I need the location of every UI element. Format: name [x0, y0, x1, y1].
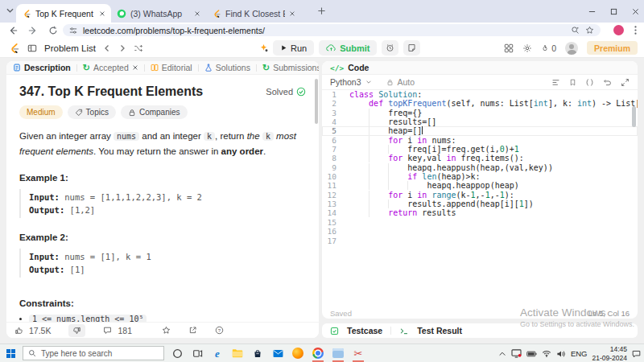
browser-tab[interactable]: Find K Closest Elements - Leet — [206, 4, 301, 23]
problem-list-label[interactable]: Problem List — [44, 43, 96, 53]
chrome-icon[interactable] — [312, 344, 324, 362]
task-view-icon[interactable] — [191, 344, 204, 362]
language-selector[interactable]: Python3 — [330, 77, 361, 87]
tab-description[interactable]: Description — [13, 63, 71, 72]
tab-submissions[interactable]: ↻Submissions — [262, 63, 319, 72]
cortana-icon[interactable] — [171, 344, 184, 362]
tab-close-icon[interactable] — [194, 10, 200, 17]
tab-close-icon[interactable] — [132, 64, 138, 71]
editor-scrollbar[interactable] — [632, 106, 636, 127]
testcase-tab[interactable]: Testcase — [347, 326, 382, 335]
code-line[interactable]: 11 heapq.heappop(heap) — [322, 181, 638, 190]
file-explorer-icon[interactable] — [231, 344, 244, 362]
code-line[interactable]: 10 if len(heap)>k: — [322, 172, 638, 181]
companies-chip[interactable]: Companies — [121, 105, 188, 119]
firefox-icon[interactable] — [291, 344, 304, 362]
run-button[interactable]: Run — [273, 40, 314, 56]
comments-icon[interactable] — [103, 326, 112, 335]
display-tray-icon[interactable] — [511, 349, 522, 358]
tray-expand-icon[interactable] — [498, 351, 506, 356]
volume-icon[interactable] — [556, 350, 566, 358]
notes-button[interactable] — [403, 40, 420, 56]
search-lens-icon[interactable] — [571, 26, 580, 35]
settings-gear-icon[interactable] — [522, 43, 532, 53]
fullscreen-icon[interactable] — [621, 78, 630, 87]
tab-solutions[interactable]: Solutions — [204, 63, 250, 72]
snipping-tool-icon[interactable]: ✂ — [352, 344, 365, 362]
code-line[interactable]: 5 heap=[] — [322, 126, 638, 135]
browser-profile-avatar[interactable] — [613, 25, 624, 35]
test-result-tab[interactable]: Test Result — [417, 326, 462, 335]
share-icon[interactable] — [188, 326, 197, 335]
problem-list-icon[interactable] — [27, 43, 37, 53]
thumbs-up-icon[interactable] — [14, 326, 23, 335]
language-indicator[interactable]: ENG — [571, 349, 588, 358]
code-line[interactable]: 15 — [322, 218, 638, 227]
premium-button[interactable]: Premium — [587, 41, 638, 55]
code-line[interactable]: 6 for i in nums: — [322, 136, 638, 145]
layout-grid-icon[interactable] — [504, 43, 514, 53]
taskbar-search[interactable]: Type here to search — [23, 346, 164, 360]
bookmark-star-icon[interactable] — [585, 26, 594, 35]
tab-accepted[interactable]: ↻Accepted — [83, 63, 138, 72]
action-center-icon[interactable] — [632, 350, 641, 358]
code-line[interactable]: 4 results=[] — [322, 117, 638, 126]
back-icon[interactable] — [8, 26, 18, 35]
tab-close-icon[interactable] — [289, 10, 295, 17]
auto-label[interactable]: Auto — [398, 77, 415, 87]
submit-button[interactable]: Submit — [319, 40, 377, 56]
code-line[interactable]: 17 — [322, 237, 638, 245]
browser-menu-icon[interactable] — [634, 26, 637, 35]
thumbs-down-icon[interactable] — [68, 324, 85, 337]
app-box-icon[interactable] — [332, 344, 345, 362]
help-icon[interactable]: ? — [215, 326, 224, 335]
code-editor[interactable]: 1class Solution:2 def topKFrequent(self,… — [322, 90, 638, 307]
timer-button[interactable] — [382, 40, 398, 56]
brackets-icon[interactable] — [585, 78, 594, 87]
close-icon[interactable] — [632, 8, 639, 15]
description-scrollbar[interactable] — [315, 79, 318, 124]
store-icon[interactable] — [251, 344, 264, 362]
browser-tab[interactable]: (3) WhatsApp — [111, 4, 206, 23]
maximize-icon[interactable] — [610, 8, 617, 15]
topics-chip[interactable]: Topics — [68, 105, 116, 119]
streak-counter[interactable]: 0 — [541, 43, 556, 53]
tab-search-chevron-icon[interactable] — [6, 8, 14, 13]
browser-tab[interactable]: Top K Frequent Elements - Leet — [16, 4, 111, 23]
bookmark-icon[interactable] — [569, 78, 576, 87]
random-problem-icon[interactable] — [134, 43, 143, 53]
wifi-icon[interactable] — [542, 350, 551, 357]
code-line[interactable]: 7 freq[i]=freq.get(i,0)+1 — [322, 145, 638, 154]
favorite-star-icon[interactable] — [162, 326, 171, 335]
code-line[interactable]: 16 — [322, 227, 638, 236]
site-info-icon[interactable] — [69, 27, 77, 35]
user-avatar[interactable] — [565, 42, 578, 55]
clock[interactable]: 14:45 21-09-2024 — [592, 345, 627, 361]
code-line[interactable]: 2 def topKFrequent(self, nums: List[int]… — [322, 99, 638, 108]
code-line[interactable]: 8 for key,val in freq.items(): — [322, 154, 638, 162]
reset-code-icon[interactable] — [603, 78, 612, 87]
mail-icon[interactable] — [271, 344, 284, 362]
code-line[interactable]: 13 results.append(heap[i][1]) — [322, 200, 638, 208]
tab-editorial[interactable]: Editorial — [151, 63, 192, 72]
refresh-icon[interactable] — [48, 26, 58, 35]
daily-streak-icon[interactable] — [259, 43, 268, 52]
start-button[interactable] — [6, 349, 16, 359]
code-line[interactable]: 9 heapq.heappush(heap,(val,key)) — [322, 163, 638, 172]
next-problem-icon[interactable] — [118, 44, 126, 52]
address-bar[interactable]: leetcode.com/problems/top-k-frequent-ele… — [63, 24, 601, 36]
new-tab-button[interactable] — [317, 6, 326, 15]
leetcode-logo[interactable] — [8, 42, 20, 55]
forward-icon[interactable] — [28, 26, 38, 35]
format-code-icon[interactable] — [551, 78, 560, 87]
code-line[interactable]: 12 for i in range(k-1,-1,-1): — [322, 191, 638, 200]
difficulty-badge[interactable]: Medium — [19, 105, 63, 119]
edge-icon[interactable]: e — [211, 344, 224, 362]
tab-close-icon[interactable] — [99, 10, 105, 17]
code-line[interactable]: 14 return results — [322, 208, 638, 217]
code-line[interactable]: 3 freq={} — [322, 109, 638, 117]
code-line[interactable]: 1class Solution: — [322, 90, 638, 99]
battery-icon[interactable] — [526, 351, 537, 357]
prev-problem-icon[interactable] — [103, 44, 111, 52]
minimize-icon[interactable] — [588, 8, 596, 15]
